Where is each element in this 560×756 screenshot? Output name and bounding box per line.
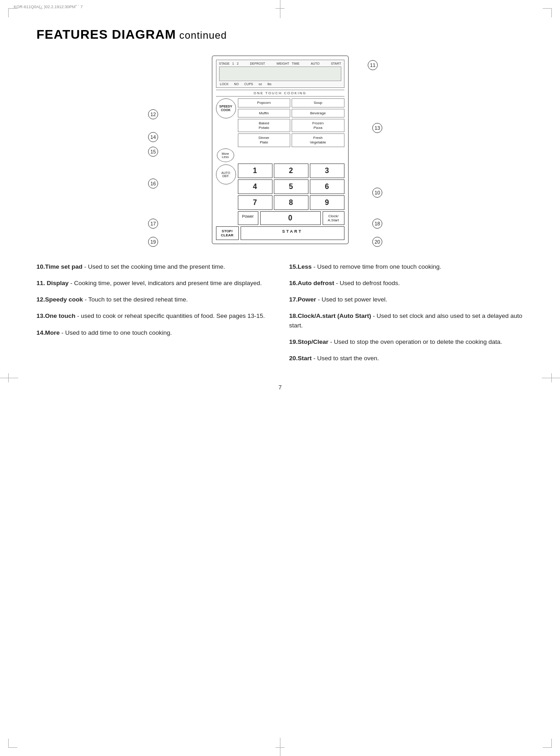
- baked-potato-button[interactable]: Baked Potato: [238, 119, 291, 132]
- desc-item-bold: Display: [45, 280, 69, 286]
- desc-item-bold: Power: [298, 296, 316, 303]
- desc-item-text: - Used to add time to one touch cooking.: [60, 329, 172, 336]
- num-1-button[interactable]: 1: [238, 163, 272, 178]
- desc-item-num: 20.: [289, 355, 298, 362]
- title-normal: continued: [176, 30, 227, 41]
- desc-item: 15.Less - Used to remove time from one t…: [289, 262, 524, 271]
- desc-item-text: - Used to set the cooking time and the p…: [82, 263, 225, 270]
- time-label: TIME: [292, 62, 299, 65]
- desc-item-num: 11.: [36, 280, 45, 286]
- num-3-button[interactable]: 3: [310, 163, 344, 178]
- lock-label: LOCK: [220, 82, 229, 86]
- display-section: STAGE 1 2 DEFROST WEIGHT TIME AUTO START: [216, 60, 344, 88]
- stop-clear-button[interactable]: STOP/ CLEAR: [216, 226, 239, 240]
- callout-11: 11: [368, 60, 378, 70]
- page-number: 7: [36, 384, 524, 391]
- desc-item-bold: More: [45, 329, 60, 336]
- power-button[interactable]: Power: [238, 211, 258, 225]
- fresh-vegetable-button[interactable]: Fresh Vegetable: [292, 133, 344, 147]
- num-9-button[interactable]: 9: [310, 195, 344, 210]
- weight-time-group: WEIGHT TIME: [277, 62, 299, 65]
- callout-20: 20: [372, 237, 382, 247]
- crosshair-left: [0, 378, 18, 378]
- numpad-area: AUTO DEF. 1 2 3 4 5 6 7 8 9: [216, 163, 344, 210]
- desc-item-num: 18.: [289, 312, 298, 319]
- oz-label: oz: [259, 82, 262, 86]
- muffin-button[interactable]: Muffin: [238, 109, 291, 118]
- more-less-button[interactable]: More Less: [217, 148, 234, 162]
- title-bold: FEATURES DIAGRAM: [36, 27, 176, 41]
- crosshair-top: [280, 0, 280, 18]
- num-8-button[interactable]: 8: [274, 195, 308, 210]
- desc-item: 16.Auto defrost - Used to defrost foods.: [289, 279, 524, 288]
- num-6-button[interactable]: 6: [310, 179, 344, 194]
- speedy-cook-button[interactable]: SPEEDY COOK: [216, 98, 236, 118]
- desc-item-bold: Stop/Clear: [298, 338, 329, 345]
- callout-14: 14: [148, 132, 158, 142]
- page-title: FEATURES DIAGRAM continued: [36, 27, 524, 42]
- num-7-button[interactable]: 7: [238, 195, 272, 210]
- desc-item: 12.Speedy cook - Touch to set the desire…: [36, 295, 271, 304]
- num1-label: 1: [232, 62, 234, 65]
- desc-item-num: 14.: [36, 329, 45, 336]
- more-less-row: More Less: [216, 148, 344, 162]
- frozen-pizza-button[interactable]: Frozen Pizza: [292, 119, 344, 132]
- num-4-button[interactable]: 4: [238, 179, 272, 194]
- desc-item-text: - used to cook or reheat specific quanti…: [76, 312, 265, 319]
- soup-button[interactable]: Soup: [292, 98, 344, 107]
- desc-item: 10.Time set pad - Used to set the cookin…: [36, 262, 271, 271]
- stage-label: STAGE: [219, 62, 230, 65]
- auto-label: AUTO: [311, 62, 319, 65]
- display-screen: [219, 66, 341, 81]
- clock-astart-button[interactable]: Clock/ A.Start: [323, 211, 344, 225]
- desc-item-text: - Used to defrost foods.: [334, 280, 400, 286]
- desc-item: 19.Stop/Clear - Used to stop the oven op…: [289, 337, 524, 347]
- one-touch-label: ONE TOUCH COOKING: [216, 90, 344, 97]
- bottom-numpad-row: Power 0 Clock/ A.Start: [216, 211, 344, 225]
- defrost-label: DEFROST: [250, 62, 265, 65]
- desc-col-left: 10.Time set pad - Used to set the cookin…: [36, 262, 271, 371]
- desc-item-text: - Touch to set the desired reheat time.: [83, 296, 188, 303]
- callout-13: 13: [372, 123, 382, 133]
- corner-mark-tr: [543, 8, 552, 17]
- desc-item-num: 12.: [36, 296, 45, 303]
- stop-start-row: STOP/ CLEAR START: [216, 226, 344, 240]
- numpad: 1 2 3 4 5 6 7 8 9: [238, 163, 344, 210]
- callout-19: 19: [148, 237, 158, 247]
- desc-item-text: - Used to remove time from one touch coo…: [312, 263, 441, 270]
- callout-16: 16: [148, 179, 158, 189]
- desc-item: 11. Display - Cooking time, power level,…: [36, 279, 271, 288]
- num-0-button[interactable]: 0: [260, 211, 321, 225]
- description-section: 10.Time set pad - Used to set the cookin…: [36, 262, 524, 371]
- no-label: NO: [234, 82, 239, 86]
- dinner-plate-button[interactable]: Dinner Plate: [238, 133, 291, 147]
- speedy-cook-row: SPEEDY COOK Popcorn Soup Muffin Beverage…: [216, 98, 344, 147]
- start-label-disp: START: [331, 62, 341, 65]
- popcorn-button[interactable]: Popcorn: [238, 98, 291, 107]
- desc-item-num: 19.: [289, 338, 298, 345]
- num-2-button[interactable]: 2: [274, 163, 308, 178]
- diagram-area: 11 12 13 14 15 16 10 17: [36, 56, 524, 244]
- start-button[interactable]: START: [241, 226, 344, 240]
- desc-item: 13.One touch - used to cook or reheat sp…: [36, 312, 271, 321]
- desc-item-bold: Start: [298, 355, 312, 362]
- desc-item-bold: Speedy cook: [45, 296, 83, 303]
- desc-item-num: 16.: [289, 280, 298, 286]
- desc-item: 20.Start - Used to start the oven.: [289, 354, 524, 363]
- auto-def-button[interactable]: AUTO DEF.: [216, 164, 236, 184]
- corner-mark-br: [543, 739, 552, 748]
- callout-15: 15: [148, 147, 158, 157]
- num-5-button[interactable]: 5: [274, 179, 308, 194]
- beverage-button[interactable]: Beverage: [292, 109, 344, 118]
- desc-item-bold: Less: [298, 263, 312, 270]
- stage-group: STAGE 1 2: [219, 62, 239, 65]
- file-info: KOR-611Q0A(¿ )02.2.1912:30PM˜ ` 7: [14, 5, 83, 9]
- crosshair-bottom: [280, 738, 280, 756]
- callout-18: 18: [372, 219, 382, 229]
- desc-col-right: 15.Less - Used to remove time from one t…: [289, 262, 524, 371]
- desc-item-text: - Used to start the oven.: [312, 355, 379, 362]
- desc-item: 18.Clock/A.start (Auto Start) - Used to …: [289, 312, 524, 330]
- lbs-label: lbs: [267, 82, 272, 86]
- cups-label: CUPS: [244, 82, 253, 86]
- desc-item-text: - Cooking time, power level, indicators …: [69, 280, 262, 286]
